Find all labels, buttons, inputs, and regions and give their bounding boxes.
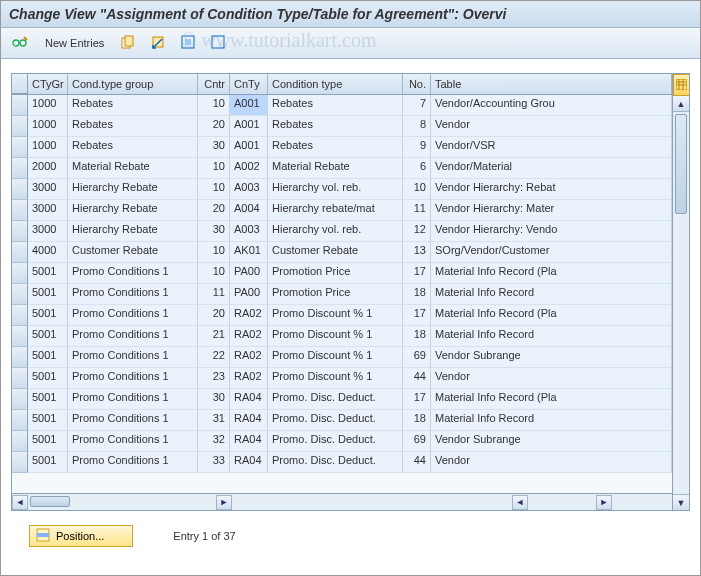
table-row[interactable]: 5001Promo Conditions 123RA02Promo Discou… <box>12 368 672 389</box>
col-header-condition-type[interactable]: Condition type <box>268 74 403 94</box>
cell-cntr[interactable]: 23 <box>198 368 230 389</box>
select-all-rows-corner[interactable] <box>12 74 28 94</box>
cell-cnty[interactable]: RA04 <box>230 389 268 410</box>
vscroll-up[interactable]: ▲ <box>673 96 689 112</box>
cell-cond-type-group[interactable]: Hierarchy Rebate <box>68 221 198 242</box>
cell-condition-type[interactable]: Material Rebate <box>268 158 403 179</box>
cell-cond-type-group[interactable]: Promo Conditions 1 <box>68 305 198 326</box>
cell-table[interactable]: Vendor/Accounting Grou <box>431 95 672 116</box>
cell-cond-type-group[interactable]: Rebates <box>68 116 198 137</box>
cell-cntr[interactable]: 10 <box>198 263 230 284</box>
cell-table[interactable]: Vendor Subrange <box>431 347 672 368</box>
cell-cond-type-group[interactable]: Rebates <box>68 95 198 116</box>
hscroll-thumb-1[interactable] <box>30 496 70 507</box>
row-selector[interactable] <box>12 242 28 263</box>
hscroll-left-1[interactable]: ◄ <box>12 495 28 510</box>
cell-condition-type[interactable]: Promo. Disc. Deduct. <box>268 389 403 410</box>
cell-cond-type-group[interactable]: Promo Conditions 1 <box>68 368 198 389</box>
cell-no[interactable]: 44 <box>403 368 431 389</box>
row-selector[interactable] <box>12 305 28 326</box>
row-selector[interactable] <box>12 137 28 158</box>
cell-ctygr[interactable]: 5001 <box>28 410 68 431</box>
cell-table[interactable]: Vendor <box>431 452 672 473</box>
table-row[interactable]: 2000Material Rebate10A002Material Rebate… <box>12 158 672 179</box>
cell-table[interactable]: Material Info Record (Pla <box>431 305 672 326</box>
cell-condition-type[interactable]: Rebates <box>268 95 403 116</box>
cell-no[interactable]: 8 <box>403 116 431 137</box>
row-selector[interactable] <box>12 284 28 305</box>
cell-cnty[interactable]: RA02 <box>230 326 268 347</box>
cell-cnty[interactable]: A001 <box>230 95 268 116</box>
hscroll-right-1[interactable]: ► <box>216 495 232 510</box>
cell-table[interactable]: Vendor Hierarchy: Rebat <box>431 179 672 200</box>
table-row[interactable]: 5001Promo Conditions 130RA04Promo. Disc.… <box>12 389 672 410</box>
cell-no[interactable]: 69 <box>403 347 431 368</box>
toggle-display-change-button[interactable] <box>7 32 33 54</box>
cell-no[interactable]: 10 <box>403 179 431 200</box>
cell-ctygr[interactable]: 3000 <box>28 200 68 221</box>
cell-ctygr[interactable]: 4000 <box>28 242 68 263</box>
cell-no[interactable]: 17 <box>403 389 431 410</box>
cell-cntr[interactable]: 10 <box>198 242 230 263</box>
cell-cond-type-group[interactable]: Customer Rebate <box>68 242 198 263</box>
cell-no[interactable]: 7 <box>403 95 431 116</box>
cell-cond-type-group[interactable]: Hierarchy Rebate <box>68 200 198 221</box>
cell-table[interactable]: Material Info Record (Pla <box>431 389 672 410</box>
cell-table[interactable]: Material Info Record <box>431 284 672 305</box>
table-row[interactable]: 5001Promo Conditions 110PA00Promotion Pr… <box>12 263 672 284</box>
row-selector[interactable] <box>12 431 28 452</box>
cell-ctygr[interactable]: 1000 <box>28 95 68 116</box>
cell-no[interactable]: 13 <box>403 242 431 263</box>
cell-condition-type[interactable]: Promotion Price <box>268 284 403 305</box>
row-selector[interactable] <box>12 452 28 473</box>
row-selector[interactable] <box>12 221 28 242</box>
row-selector[interactable] <box>12 179 28 200</box>
cell-cnty[interactable]: A004 <box>230 200 268 221</box>
cell-ctygr[interactable]: 3000 <box>28 179 68 200</box>
cell-cond-type-group[interactable]: Promo Conditions 1 <box>68 284 198 305</box>
cell-table[interactable]: Vendor Hierarchy: Mater <box>431 200 672 221</box>
cell-cond-type-group[interactable]: Promo Conditions 1 <box>68 326 198 347</box>
cell-table[interactable]: Material Info Record <box>431 326 672 347</box>
table-row[interactable]: 5001Promo Conditions 132RA04Promo. Disc.… <box>12 431 672 452</box>
cell-cntr[interactable]: 30 <box>198 389 230 410</box>
col-header-cond-type-group[interactable]: Cond.type group <box>68 74 198 94</box>
cell-condition-type[interactable]: Promo Discount % 1 <box>268 326 403 347</box>
table-row[interactable]: 1000Rebates20A001Rebates8Vendor <box>12 116 672 137</box>
cell-cond-type-group[interactable]: Promo Conditions 1 <box>68 347 198 368</box>
cell-cond-type-group[interactable]: Promo Conditions 1 <box>68 263 198 284</box>
copy-as-button[interactable] <box>116 32 140 54</box>
table-row[interactable]: 1000Rebates30A001Rebates9Vendor/VSR <box>12 137 672 158</box>
cell-cntr[interactable]: 20 <box>198 305 230 326</box>
cell-cond-type-group[interactable]: Material Rebate <box>68 158 198 179</box>
cell-condition-type[interactable]: Customer Rebate <box>268 242 403 263</box>
cell-cond-type-group[interactable]: Promo Conditions 1 <box>68 389 198 410</box>
cell-no[interactable]: 6 <box>403 158 431 179</box>
vertical-scrollbar[interactable]: ▲ ▼ <box>672 74 689 510</box>
cell-condition-type[interactable]: Promo. Disc. Deduct. <box>268 410 403 431</box>
cell-cntr[interactable]: 21 <box>198 326 230 347</box>
cell-cntr[interactable]: 11 <box>198 284 230 305</box>
cell-no[interactable]: 9 <box>403 137 431 158</box>
table-row[interactable]: 3000Hierarchy Rebate10A003Hierarchy vol.… <box>12 179 672 200</box>
cell-cntr[interactable]: 32 <box>198 431 230 452</box>
cell-ctygr[interactable]: 3000 <box>28 221 68 242</box>
row-selector[interactable] <box>12 410 28 431</box>
cell-ctygr[interactable]: 5001 <box>28 452 68 473</box>
cell-table[interactable]: Material Info Record <box>431 410 672 431</box>
cell-cnty[interactable]: RA04 <box>230 431 268 452</box>
cell-cntr[interactable]: 10 <box>198 158 230 179</box>
table-row[interactable]: 5001Promo Conditions 121RA02Promo Discou… <box>12 326 672 347</box>
col-header-cntr[interactable]: Cntr <box>198 74 230 94</box>
row-selector[interactable] <box>12 347 28 368</box>
cell-no[interactable]: 44 <box>403 452 431 473</box>
cell-ctygr[interactable]: 5001 <box>28 368 68 389</box>
cell-ctygr[interactable]: 5001 <box>28 431 68 452</box>
cell-cond-type-group[interactable]: Promo Conditions 1 <box>68 431 198 452</box>
cell-ctygr[interactable]: 5001 <box>28 305 68 326</box>
table-row[interactable]: 5001Promo Conditions 122RA02Promo Discou… <box>12 347 672 368</box>
row-selector[interactable] <box>12 95 28 116</box>
cell-table[interactable]: Vendor <box>431 368 672 389</box>
cell-table[interactable]: Vendor <box>431 116 672 137</box>
cell-no[interactable]: 18 <box>403 410 431 431</box>
